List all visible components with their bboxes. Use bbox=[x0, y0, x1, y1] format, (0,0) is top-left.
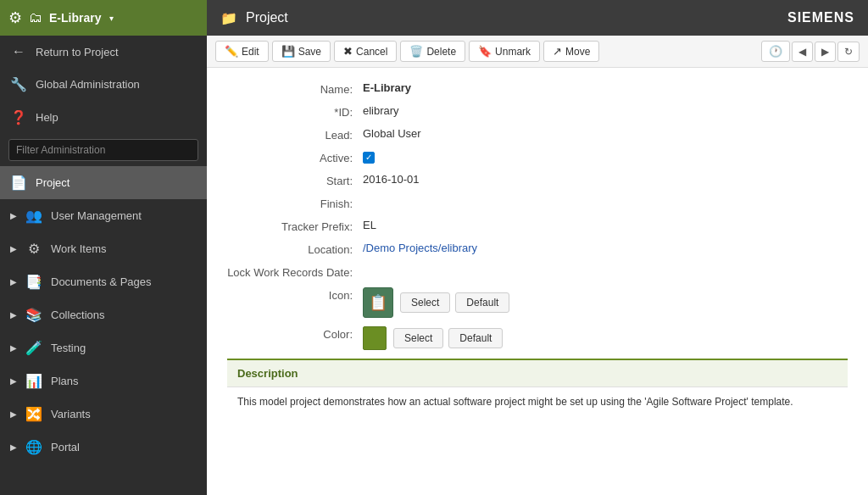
page-folder-icon: 📁 bbox=[220, 10, 237, 26]
sidebar-item-label: Documents & Pages bbox=[51, 275, 197, 288]
help-icon: ❓ bbox=[10, 109, 27, 125]
app-dropdown-arrow[interactable]: ▾ bbox=[109, 14, 114, 23]
sidebar-item-label: Variants bbox=[51, 408, 197, 420]
sidebar-item-label: Project bbox=[36, 176, 197, 189]
location-label: Location: bbox=[227, 242, 363, 256]
app-name[interactable]: E-Library bbox=[49, 11, 101, 25]
description-body: This model project demonstrates how an a… bbox=[227, 387, 848, 416]
cancel-button[interactable]: ✖ Cancel bbox=[334, 41, 397, 62]
icon-row: Icon: 📋 Select Default bbox=[227, 287, 848, 318]
move-button[interactable]: ↗ Move bbox=[543, 41, 599, 62]
lead-label: Lead: bbox=[227, 127, 363, 142]
edit-label: Edit bbox=[242, 46, 259, 58]
id-value: elibrary bbox=[363, 104, 399, 117]
main-layout: ← Return to Project 🔧 Global Administrat… bbox=[0, 36, 868, 495]
name-value: E-Library bbox=[363, 81, 411, 94]
active-row: Active: ✓ bbox=[227, 150, 848, 164]
delete-button[interactable]: 🗑️ Delete bbox=[400, 41, 465, 62]
icon-preview: 📋 bbox=[363, 287, 393, 318]
save-label: Save bbox=[298, 46, 321, 58]
sidebar-item-work-items[interactable]: ▶ ⚙ Work Items bbox=[0, 232, 207, 265]
color-preview bbox=[363, 326, 387, 350]
sidebar-item-label: Work Items bbox=[51, 242, 197, 255]
description-section: Description This model project demonstra… bbox=[227, 359, 848, 416]
id-row: *ID: elibrary bbox=[227, 104, 848, 119]
unmark-button[interactable]: 🔖 Unmark bbox=[469, 41, 540, 62]
sidebar-item-user-management[interactable]: ▶ 👥 User Management bbox=[0, 199, 207, 232]
start-value: 2016-10-01 bbox=[363, 173, 420, 186]
sidebar-item-collections[interactable]: ▶ 📚 Collections bbox=[0, 298, 207, 331]
lead-value: Global User bbox=[363, 127, 421, 140]
sidebar-item-label: Plans bbox=[51, 375, 197, 387]
sidebar-item-documents-pages[interactable]: ▶ 📑 Documents & Pages bbox=[0, 265, 207, 298]
page-title-area: 📁 Project bbox=[207, 10, 787, 26]
documents-icon: 📑 bbox=[25, 274, 42, 290]
sidebar: ← Return to Project 🔧 Global Administrat… bbox=[0, 36, 207, 495]
page-title: Project bbox=[246, 10, 288, 25]
lock-row: Lock Work Records Date: bbox=[227, 264, 848, 279]
plans-icon: 📊 bbox=[25, 373, 42, 389]
location-value[interactable]: /Demo Projects/elibrary bbox=[363, 242, 477, 254]
delete-label: Delete bbox=[426, 46, 456, 58]
edit-button[interactable]: ✏️ Edit bbox=[215, 41, 269, 62]
sidebar-item-label: Return to Project bbox=[36, 46, 197, 58]
history-button[interactable]: 🕐 bbox=[761, 41, 790, 62]
finish-row: Finish: bbox=[227, 196, 848, 210]
tracker-prefix-value: EL bbox=[363, 219, 376, 231]
refresh-button[interactable]: ↻ bbox=[837, 42, 860, 62]
sidebar-item-variants[interactable]: ▶ 🔀 Variants bbox=[0, 398, 207, 431]
expand-arrow-icon: ▶ bbox=[10, 442, 17, 452]
sidebar-item-label: Portal bbox=[51, 441, 197, 453]
sidebar-item-help[interactable]: ❓ Help bbox=[0, 101, 207, 134]
finish-label: Finish: bbox=[227, 196, 363, 210]
prev-button[interactable]: ◀ bbox=[792, 42, 813, 62]
icon-label: Icon: bbox=[227, 287, 363, 302]
color-row: Color: Select Default bbox=[227, 326, 848, 350]
sidebar-item-testing[interactable]: ▶ 🧪 Testing bbox=[0, 331, 207, 364]
name-row: Name: E-Library bbox=[227, 81, 848, 96]
expand-arrow-icon: ▶ bbox=[10, 376, 17, 386]
save-icon: 💾 bbox=[281, 45, 295, 58]
collections-icon: 📚 bbox=[25, 307, 42, 323]
sidebar-item-plans[interactable]: ▶ 📊 Plans bbox=[0, 364, 207, 398]
sidebar-item-return-to-project[interactable]: ← Return to Project bbox=[0, 36, 207, 68]
top-header: ⚙ 🗂 E-Library ▾ 📁 Project SIEMENS bbox=[0, 0, 868, 36]
icon-default-button[interactable]: Default bbox=[455, 292, 509, 313]
start-row: Start: 2016-10-01 bbox=[227, 173, 848, 187]
name-label: Name: bbox=[227, 81, 363, 96]
color-label: Color: bbox=[227, 326, 363, 341]
sidebar-item-label: Collections bbox=[51, 309, 197, 321]
active-label: Active: bbox=[227, 150, 363, 164]
edit-icon: ✏️ bbox=[225, 45, 238, 58]
expand-arrow-icon: ▶ bbox=[10, 409, 17, 419]
delete-icon: 🗑️ bbox=[409, 45, 423, 58]
variants-icon: 🔀 bbox=[25, 406, 42, 422]
project-icon: 📄 bbox=[10, 175, 27, 191]
unmark-label: Unmark bbox=[495, 46, 531, 58]
color-control: Select Default bbox=[363, 326, 503, 350]
work-items-icon: ⚙ bbox=[25, 241, 42, 257]
color-select-button[interactable]: Select bbox=[393, 328, 443, 348]
icon-select-button[interactable]: Select bbox=[400, 292, 450, 313]
move-icon: ↗ bbox=[553, 45, 562, 58]
filter-administration-input[interactable] bbox=[8, 139, 198, 161]
users-icon: 👥 bbox=[25, 208, 42, 224]
sidebar-item-project[interactable]: 📄 Project bbox=[0, 166, 207, 199]
tracker-prefix-row: Tracker Prefix: EL bbox=[227, 219, 848, 233]
expand-arrow-icon: ▶ bbox=[10, 211, 17, 220]
sidebar-item-global-administration[interactable]: 🔧 Global Administration bbox=[0, 68, 207, 101]
description-header: Description bbox=[227, 360, 848, 387]
wrench-icon: 🔧 bbox=[10, 76, 27, 92]
location-row: Location: /Demo Projects/elibrary bbox=[227, 242, 848, 256]
active-checkbox[interactable]: ✓ bbox=[363, 152, 375, 164]
next-button[interactable]: ▶ bbox=[815, 42, 836, 62]
unmark-icon: 🔖 bbox=[478, 45, 492, 58]
testing-icon: 🧪 bbox=[25, 340, 42, 356]
icon-glyph: 📋 bbox=[369, 293, 387, 312]
color-default-button[interactable]: Default bbox=[448, 328, 503, 348]
id-label: *ID: bbox=[227, 104, 363, 119]
sidebar-item-portal[interactable]: ▶ 🌐 Portal bbox=[0, 431, 207, 464]
tracker-prefix-label: Tracker Prefix: bbox=[227, 219, 363, 233]
start-label: Start: bbox=[227, 173, 363, 187]
save-button[interactable]: 💾 Save bbox=[272, 41, 331, 62]
